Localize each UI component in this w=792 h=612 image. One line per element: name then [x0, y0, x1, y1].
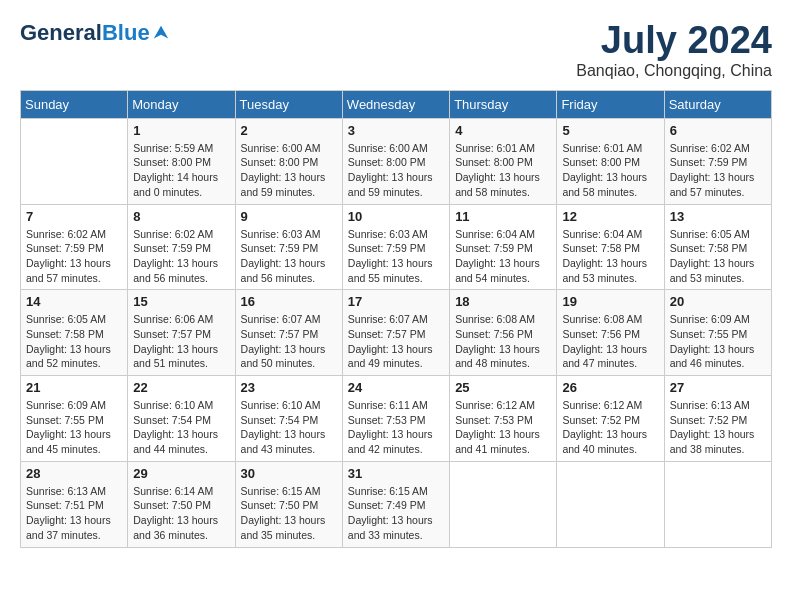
day-info: Sunrise: 6:09 AMSunset: 7:55 PMDaylight:… — [26, 398, 122, 457]
day-number: 16 — [241, 294, 337, 309]
day-number: 9 — [241, 209, 337, 224]
calendar-header-row: SundayMondayTuesdayWednesdayThursdayFrid… — [21, 90, 772, 118]
calendar-cell: 28Sunrise: 6:13 AMSunset: 7:51 PMDayligh… — [21, 461, 128, 547]
day-info: Sunrise: 6:00 AMSunset: 8:00 PMDaylight:… — [348, 141, 444, 200]
day-info: Sunrise: 6:13 AMSunset: 7:52 PMDaylight:… — [670, 398, 766, 457]
month-year-title: July 2024 — [576, 20, 772, 62]
day-number: 11 — [455, 209, 551, 224]
day-info: Sunrise: 6:10 AMSunset: 7:54 PMDaylight:… — [133, 398, 229, 457]
calendar-week-5: 28Sunrise: 6:13 AMSunset: 7:51 PMDayligh… — [21, 461, 772, 547]
calendar-cell: 27Sunrise: 6:13 AMSunset: 7:52 PMDayligh… — [664, 376, 771, 462]
day-number: 4 — [455, 123, 551, 138]
day-number: 19 — [562, 294, 658, 309]
calendar-cell: 8Sunrise: 6:02 AMSunset: 7:59 PMDaylight… — [128, 204, 235, 290]
day-number: 27 — [670, 380, 766, 395]
calendar-cell: 9Sunrise: 6:03 AMSunset: 7:59 PMDaylight… — [235, 204, 342, 290]
day-number: 5 — [562, 123, 658, 138]
day-info: Sunrise: 6:01 AMSunset: 8:00 PMDaylight:… — [562, 141, 658, 200]
calendar-cell — [21, 118, 128, 204]
day-info: Sunrise: 6:05 AMSunset: 7:58 PMDaylight:… — [670, 227, 766, 286]
day-info: Sunrise: 6:13 AMSunset: 7:51 PMDaylight:… — [26, 484, 122, 543]
calendar-cell: 24Sunrise: 6:11 AMSunset: 7:53 PMDayligh… — [342, 376, 449, 462]
logo: GeneralBlue — [20, 20, 170, 46]
day-info: Sunrise: 6:05 AMSunset: 7:58 PMDaylight:… — [26, 312, 122, 371]
weekday-header-friday: Friday — [557, 90, 664, 118]
calendar-cell: 12Sunrise: 6:04 AMSunset: 7:58 PMDayligh… — [557, 204, 664, 290]
day-info: Sunrise: 6:04 AMSunset: 7:59 PMDaylight:… — [455, 227, 551, 286]
day-number: 12 — [562, 209, 658, 224]
calendar-cell: 5Sunrise: 6:01 AMSunset: 8:00 PMDaylight… — [557, 118, 664, 204]
calendar-cell: 15Sunrise: 6:06 AMSunset: 7:57 PMDayligh… — [128, 290, 235, 376]
day-number: 13 — [670, 209, 766, 224]
title-block: July 2024 Banqiao, Chongqing, China — [576, 20, 772, 80]
day-number: 18 — [455, 294, 551, 309]
day-number: 3 — [348, 123, 444, 138]
day-number: 7 — [26, 209, 122, 224]
day-info: Sunrise: 6:03 AMSunset: 7:59 PMDaylight:… — [348, 227, 444, 286]
calendar-week-3: 14Sunrise: 6:05 AMSunset: 7:58 PMDayligh… — [21, 290, 772, 376]
day-number: 20 — [670, 294, 766, 309]
day-info: Sunrise: 6:14 AMSunset: 7:50 PMDaylight:… — [133, 484, 229, 543]
calendar-cell: 25Sunrise: 6:12 AMSunset: 7:53 PMDayligh… — [450, 376, 557, 462]
weekday-header-wednesday: Wednesday — [342, 90, 449, 118]
calendar-cell: 16Sunrise: 6:07 AMSunset: 7:57 PMDayligh… — [235, 290, 342, 376]
logo-general: GeneralBlue — [20, 20, 150, 46]
weekday-header-tuesday: Tuesday — [235, 90, 342, 118]
day-number: 2 — [241, 123, 337, 138]
calendar-cell: 29Sunrise: 6:14 AMSunset: 7:50 PMDayligh… — [128, 461, 235, 547]
day-number: 29 — [133, 466, 229, 481]
day-info: Sunrise: 6:15 AMSunset: 7:50 PMDaylight:… — [241, 484, 337, 543]
calendar-cell: 21Sunrise: 6:09 AMSunset: 7:55 PMDayligh… — [21, 376, 128, 462]
calendar-cell: 19Sunrise: 6:08 AMSunset: 7:56 PMDayligh… — [557, 290, 664, 376]
day-info: Sunrise: 6:02 AMSunset: 7:59 PMDaylight:… — [670, 141, 766, 200]
calendar-body: 1Sunrise: 5:59 AMSunset: 8:00 PMDaylight… — [21, 118, 772, 547]
calendar-cell: 3Sunrise: 6:00 AMSunset: 8:00 PMDaylight… — [342, 118, 449, 204]
calendar-week-2: 7Sunrise: 6:02 AMSunset: 7:59 PMDaylight… — [21, 204, 772, 290]
calendar-cell: 4Sunrise: 6:01 AMSunset: 8:00 PMDaylight… — [450, 118, 557, 204]
calendar-cell: 13Sunrise: 6:05 AMSunset: 7:58 PMDayligh… — [664, 204, 771, 290]
day-info: Sunrise: 6:09 AMSunset: 7:55 PMDaylight:… — [670, 312, 766, 371]
calendar-cell: 26Sunrise: 6:12 AMSunset: 7:52 PMDayligh… — [557, 376, 664, 462]
day-number: 22 — [133, 380, 229, 395]
day-info: Sunrise: 6:10 AMSunset: 7:54 PMDaylight:… — [241, 398, 337, 457]
day-info: Sunrise: 6:08 AMSunset: 7:56 PMDaylight:… — [455, 312, 551, 371]
calendar-cell: 31Sunrise: 6:15 AMSunset: 7:49 PMDayligh… — [342, 461, 449, 547]
day-info: Sunrise: 6:12 AMSunset: 7:53 PMDaylight:… — [455, 398, 551, 457]
day-number: 24 — [348, 380, 444, 395]
calendar-cell: 22Sunrise: 6:10 AMSunset: 7:54 PMDayligh… — [128, 376, 235, 462]
calendar-week-1: 1Sunrise: 5:59 AMSunset: 8:00 PMDaylight… — [21, 118, 772, 204]
day-number: 25 — [455, 380, 551, 395]
day-number: 6 — [670, 123, 766, 138]
day-number: 30 — [241, 466, 337, 481]
calendar-cell: 7Sunrise: 6:02 AMSunset: 7:59 PMDaylight… — [21, 204, 128, 290]
day-info: Sunrise: 6:02 AMSunset: 7:59 PMDaylight:… — [26, 227, 122, 286]
calendar-cell: 23Sunrise: 6:10 AMSunset: 7:54 PMDayligh… — [235, 376, 342, 462]
day-info: Sunrise: 6:12 AMSunset: 7:52 PMDaylight:… — [562, 398, 658, 457]
day-info: Sunrise: 6:07 AMSunset: 7:57 PMDaylight:… — [241, 312, 337, 371]
calendar-cell: 30Sunrise: 6:15 AMSunset: 7:50 PMDayligh… — [235, 461, 342, 547]
day-number: 28 — [26, 466, 122, 481]
day-info: Sunrise: 5:59 AMSunset: 8:00 PMDaylight:… — [133, 141, 229, 200]
location-subtitle: Banqiao, Chongqing, China — [576, 62, 772, 80]
day-number: 23 — [241, 380, 337, 395]
weekday-header-saturday: Saturday — [664, 90, 771, 118]
logo-icon — [152, 24, 170, 42]
calendar-cell: 10Sunrise: 6:03 AMSunset: 7:59 PMDayligh… — [342, 204, 449, 290]
day-number: 14 — [26, 294, 122, 309]
calendar-cell: 14Sunrise: 6:05 AMSunset: 7:58 PMDayligh… — [21, 290, 128, 376]
day-info: Sunrise: 6:08 AMSunset: 7:56 PMDaylight:… — [562, 312, 658, 371]
day-info: Sunrise: 6:11 AMSunset: 7:53 PMDaylight:… — [348, 398, 444, 457]
day-info: Sunrise: 6:04 AMSunset: 7:58 PMDaylight:… — [562, 227, 658, 286]
calendar-cell: 20Sunrise: 6:09 AMSunset: 7:55 PMDayligh… — [664, 290, 771, 376]
day-number: 8 — [133, 209, 229, 224]
day-info: Sunrise: 6:06 AMSunset: 7:57 PMDaylight:… — [133, 312, 229, 371]
weekday-header-sunday: Sunday — [21, 90, 128, 118]
day-info: Sunrise: 6:02 AMSunset: 7:59 PMDaylight:… — [133, 227, 229, 286]
calendar-cell: 1Sunrise: 5:59 AMSunset: 8:00 PMDaylight… — [128, 118, 235, 204]
calendar-cell: 17Sunrise: 6:07 AMSunset: 7:57 PMDayligh… — [342, 290, 449, 376]
page-header: GeneralBlue July 2024 Banqiao, Chongqing… — [20, 20, 772, 80]
day-number: 26 — [562, 380, 658, 395]
calendar-table: SundayMondayTuesdayWednesdayThursdayFrid… — [20, 90, 772, 548]
day-number: 21 — [26, 380, 122, 395]
weekday-header-monday: Monday — [128, 90, 235, 118]
